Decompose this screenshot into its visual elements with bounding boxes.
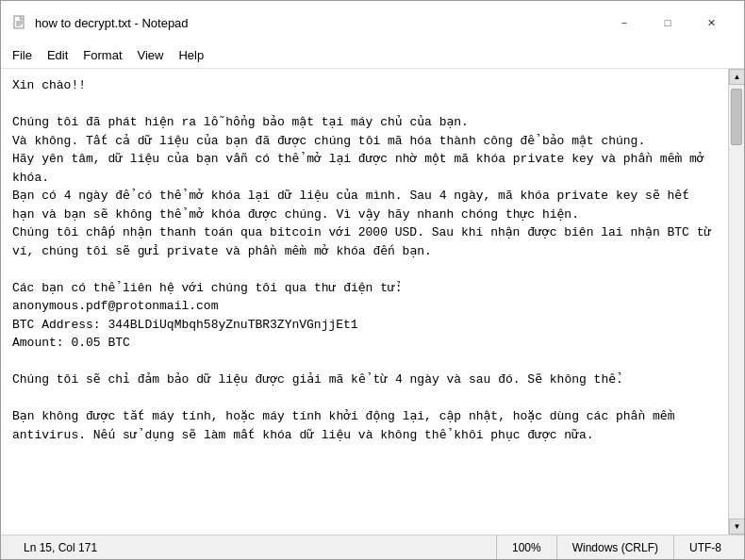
menu-file[interactable]: File [5, 45, 40, 65]
notepad-window: how to decrypt.txt - Notepad − □ ✕ File … [0, 0, 745, 560]
menu-format[interactable]: Format [75, 45, 129, 65]
window-title: how to decrypt.txt - Notepad [35, 16, 189, 30]
status-zoom: 100% [497, 535, 557, 559]
title-bar-left: how to decrypt.txt - Notepad [12, 15, 189, 30]
menu-help[interactable]: Help [171, 45, 211, 65]
status-position: Ln 15, Col 171 [8, 535, 497, 559]
status-line-ending: Windows (CRLF) [557, 535, 674, 559]
minimize-button[interactable]: − [603, 8, 646, 37]
status-encoding: UTF-8 [674, 535, 737, 559]
window-controls: − □ ✕ [603, 8, 733, 37]
content-area: ▲ ▼ [1, 69, 744, 535]
menu-bar: File Edit Format View Help [1, 42, 744, 69]
maximize-button[interactable]: □ [646, 8, 689, 37]
file-icon [12, 15, 27, 30]
close-button[interactable]: ✕ [689, 8, 733, 37]
svg-rect-0 [14, 16, 24, 28]
scrollbar-thumb[interactable] [731, 89, 742, 145]
menu-view[interactable]: View [130, 45, 172, 65]
status-bar: Ln 15, Col 171 100% Windows (CRLF) UTF-8 [1, 535, 744, 559]
scroll-down-button[interactable]: ▼ [729, 519, 744, 535]
menu-edit[interactable]: Edit [40, 45, 75, 65]
scrollbar-track[interactable] [729, 85, 744, 519]
text-editor[interactable] [1, 69, 728, 535]
vertical-scrollbar[interactable]: ▲ ▼ [728, 69, 744, 535]
title-bar: how to decrypt.txt - Notepad − □ ✕ [1, 1, 744, 42]
scroll-up-button[interactable]: ▲ [729, 69, 744, 85]
